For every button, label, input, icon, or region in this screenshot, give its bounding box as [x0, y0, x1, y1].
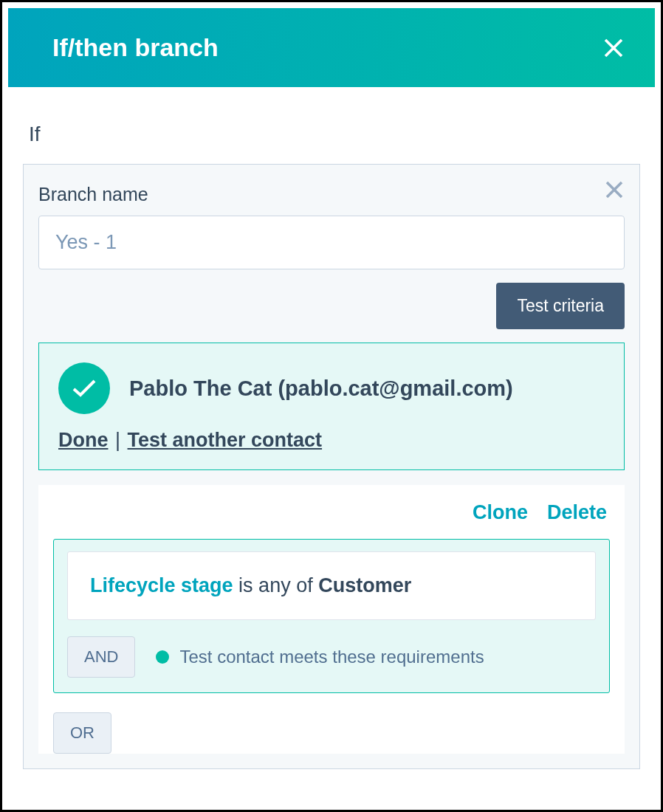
test-result-panel: Pablo The Cat (pablo.cat@gmail.com) Done… — [38, 343, 625, 470]
modal-body: If Branch name Test criteria Pablo The C — [2, 87, 661, 769]
done-link[interactable]: Done — [58, 429, 109, 451]
filter-property: Lifecycle stage — [90, 574, 233, 596]
modal-header: If/then branch — [8, 8, 655, 87]
filter-value: Customer — [318, 574, 411, 596]
filter-operator: is any of — [233, 574, 319, 596]
branch-card: Branch name Test criteria Pablo The Cat … — [23, 164, 640, 769]
branch-name-label: Branch name — [38, 184, 148, 205]
remove-branch-button[interactable] — [604, 179, 625, 203]
criteria-status: Test contact meets these requirements — [156, 647, 484, 667]
or-button[interactable]: OR — [53, 712, 111, 754]
result-action-links: Done | Test another contact — [58, 429, 605, 452]
delete-button[interactable]: Delete — [547, 501, 607, 524]
criteria-group: Lifecycle stage is any of Customer AND T… — [53, 539, 610, 693]
if-label: If — [29, 123, 640, 146]
clone-button[interactable]: Clone — [473, 501, 528, 524]
criteria-card: Clone Delete Lifecycle stage is any of C… — [38, 485, 625, 754]
close-icon — [604, 179, 625, 200]
test-criteria-button[interactable]: Test criteria — [496, 283, 625, 329]
status-dot-icon — [156, 650, 169, 664]
criteria-filter[interactable]: Lifecycle stage is any of Customer — [67, 551, 596, 620]
modal-title: If/then branch — [52, 33, 219, 62]
test-another-contact-link[interactable]: Test another contact — [128, 429, 323, 451]
branch-name-input[interactable] — [38, 216, 625, 269]
close-modal-button[interactable] — [602, 36, 625, 60]
success-check-icon — [58, 362, 110, 414]
criteria-status-text: Test contact meets these requirements — [179, 647, 484, 667]
test-contact-name: Pablo The Cat (pablo.cat@gmail.com) — [129, 376, 513, 401]
and-button[interactable]: AND — [67, 636, 135, 678]
close-icon — [603, 38, 624, 58]
